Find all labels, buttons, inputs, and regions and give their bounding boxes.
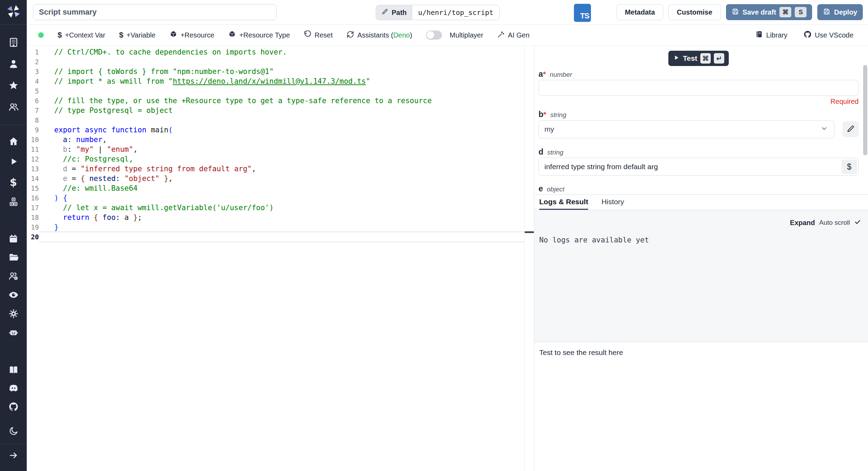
field-d-var-button[interactable]: $ (842, 159, 857, 174)
book-icon (8, 365, 19, 377)
code-line-7[interactable]: 7// type Postgresql = object (27, 106, 524, 115)
customise-button[interactable]: Customise (668, 4, 720, 20)
field-a-name: a (539, 69, 543, 78)
library-button[interactable]: Library (755, 30, 787, 40)
code-line-2[interactable]: 2 (27, 57, 524, 67)
save-icon (732, 8, 739, 17)
sidebar-item-workspace[interactable] (0, 32, 27, 54)
sidebar-item-collapse-sidebar[interactable] (0, 447, 27, 465)
code-line-content: // Ctrl/CMD+. to cache dependencies on i… (39, 47, 524, 57)
field-b-select[interactable]: my (539, 120, 834, 138)
sidebar-item-groups[interactable] (0, 97, 27, 118)
line-number: 5 (27, 87, 39, 95)
code-line-content (39, 57, 524, 67)
code-line-6[interactable]: 6// fill the type, or use the +Resource … (27, 96, 524, 106)
code-line-content: ) { (39, 193, 524, 203)
splitter-drag-handle[interactable] (525, 231, 534, 233)
path-chip[interactable]: Path u/henri/top_script (376, 5, 500, 20)
reset-button[interactable]: Reset (304, 31, 333, 40)
sidebar-item-schedules[interactable] (0, 230, 27, 249)
cube-icon (228, 30, 236, 40)
star-icon (8, 80, 19, 92)
sidebar-item-dark-mode[interactable] (0, 422, 27, 441)
sidebar-item-home[interactable] (0, 132, 27, 152)
code-line-15[interactable]: 15 //e: wmill.Base64 (27, 183, 524, 193)
code-line-18[interactable]: 18 return { foo: a }; (27, 213, 524, 222)
assistants-button[interactable]: Assistants (Deno) (347, 31, 412, 40)
sidebar-item-docs[interactable] (0, 361, 27, 380)
save-draft-button[interactable]: Save draft ⌘ S (726, 4, 812, 20)
cmd-key: ⌘ (700, 53, 711, 64)
result-tabs: Logs & Result History (534, 195, 868, 210)
test-button[interactable]: Test ⌘ ↵ (668, 51, 729, 66)
sidebar-item-github[interactable] (0, 398, 27, 416)
field-a-error: Required (539, 98, 859, 106)
field-e-name: e (539, 184, 543, 193)
code-line-content (39, 86, 524, 96)
use-vscode-button[interactable]: Use VScode (803, 30, 853, 40)
sidebar-item-runs[interactable] (0, 152, 27, 172)
field-a-input[interactable] (539, 80, 859, 96)
code-line-content: // let x = await wmill.getVariable('u/us… (39, 203, 524, 213)
code-line-11[interactable]: 11 b: "my" | "enum", (27, 144, 524, 154)
metadata-button[interactable]: Metadata (617, 4, 663, 20)
dollar-icon: $ (10, 177, 17, 188)
line-number: 15 (27, 184, 39, 192)
code-line-16[interactable]: 16) { (27, 193, 524, 203)
code-line-4[interactable]: 4// import * as wmill from "https://deno… (27, 76, 524, 86)
sidebar-item-workers[interactable] (0, 324, 27, 342)
line-number: 12 (27, 155, 39, 163)
check-icon (854, 218, 861, 227)
sidebar-item-groups-settings[interactable] (0, 267, 27, 286)
field-a-type: number (550, 70, 572, 79)
sidebar-item-discord[interactable] (0, 380, 27, 398)
code-line-content: // import { toWords } from "npm:number-t… (39, 67, 524, 76)
windmill-logo[interactable] (0, 0, 27, 25)
add-resource-type-button[interactable]: +Resource Type (228, 30, 290, 40)
line-number: 6 (27, 97, 39, 105)
field-d-input[interactable] (539, 158, 859, 176)
add-variable-button[interactable]: $ +Variable (119, 31, 156, 40)
code-editor[interactable]: 1// Ctrl/CMD+. to cache dependencies on … (27, 46, 525, 471)
code-line-13[interactable]: 13 d = "inferred type string from defaul… (27, 164, 524, 174)
code-line-10[interactable]: 10 a: number, (27, 135, 524, 144)
args-form: Test ⌘ ↵ a* number Required (534, 46, 868, 195)
multiplayer-toggle[interactable] (426, 31, 442, 40)
code-line-3[interactable]: 3// import { toWords } from "npm:number-… (27, 67, 524, 76)
sidebar-item-resources[interactable] (0, 192, 27, 213)
sidebar-item-user[interactable] (0, 54, 27, 75)
sidebar-item-folders[interactable] (0, 249, 27, 267)
cmd-key: ⌘ (779, 7, 791, 17)
sidebar-item-variables[interactable]: $ (0, 172, 27, 192)
code-line-14[interactable]: 14 e = { nested: "object" }, (27, 174, 524, 183)
expand-button[interactable]: Expand (790, 219, 815, 227)
sidebar-item-favorites[interactable] (0, 75, 27, 97)
reset-icon (304, 31, 311, 40)
code-line-5[interactable]: 5 (27, 86, 524, 96)
code-line-17[interactable]: 17 // let x = await wmill.getVariable('u… (27, 203, 524, 213)
ai-gen-button[interactable]: AI Gen (497, 31, 529, 40)
deploy-button[interactable]: Deploy (817, 4, 863, 20)
field-b-edit-button[interactable] (843, 121, 859, 137)
code-line-8[interactable]: 8 (27, 115, 524, 125)
field-b: b* string my (539, 110, 859, 138)
tab-history[interactable]: History (601, 195, 624, 210)
add-context-var-button[interactable]: $ +Context Var (58, 31, 105, 40)
group-gear-icon (8, 271, 19, 283)
code-line-12[interactable]: 12 //c: Postgresql, (27, 154, 524, 164)
field-b-name: b (539, 110, 543, 119)
status-dot (38, 32, 44, 38)
tab-logs-result[interactable]: Logs & Result (539, 195, 588, 210)
code-line-19[interactable]: 19} (27, 222, 524, 232)
field-e-type: object (547, 185, 565, 194)
form-scrollbar[interactable] (863, 65, 867, 155)
code-line-20[interactable]: 20 (27, 232, 524, 242)
line-number: 20 (27, 233, 39, 241)
code-line-9[interactable]: 9export async function main( (27, 125, 524, 135)
autoscroll-toggle[interactable]: Auto scroll (819, 219, 850, 226)
add-resource-button[interactable]: +Resource (169, 30, 214, 40)
sidebar-item-settings[interactable] (0, 305, 27, 324)
sidebar-item-audit-logs[interactable] (0, 286, 27, 305)
script-summary-input[interactable] (33, 4, 277, 20)
code-line-1[interactable]: 1// Ctrl/CMD+. to cache dependencies on … (27, 47, 524, 57)
